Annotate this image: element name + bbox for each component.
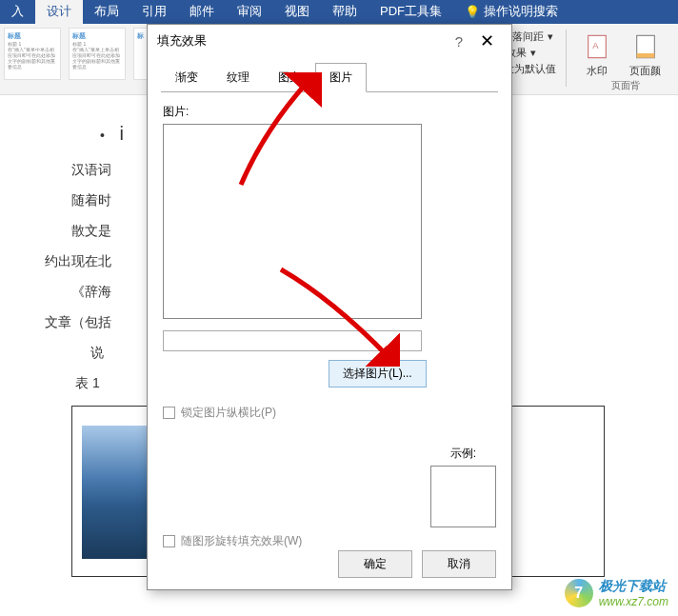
dropdown-icon: ▾: [548, 30, 553, 43]
sample-area: 示例:: [430, 446, 496, 527]
checkbox-icon: [163, 407, 175, 419]
ribbon-tell-me[interactable]: 💡 操作说明搜索: [453, 0, 569, 24]
svg-rect-3: [636, 53, 654, 58]
dialog-tabs: 渐变 纹理 图案 图片: [148, 63, 511, 92]
ribbon-tabs-bar: 入 设计 布局 引用 邮件 审阅 视图 帮助 PDF工具集 💡 操作说明搜索: [0, 0, 678, 24]
ribbon-tab-references[interactable]: 引用: [130, 0, 178, 24]
select-picture-button[interactable]: 选择图片(L)...: [329, 360, 427, 387]
dialog-titlebar: 填充效果 ? ✕: [148, 25, 511, 57]
fill-effects-dialog: 填充效果 ? ✕ 渐变 纹理 图案 图片 图片: 选择图片(L)... 锁定图片…: [147, 24, 512, 590]
ribbon-tab-layout[interactable]: 布局: [83, 0, 130, 24]
dropdown-icon: ▾: [530, 47, 536, 59]
theme-gallery[interactable]: 标题 标题 1 在"插入"菜单中单击相应项目即可在此处添加文字的副标题和其他重要…: [0, 24, 154, 94]
ribbon-tab-mailings[interactable]: 邮件: [178, 0, 226, 24]
ribbon-group-label: 页面背: [611, 79, 640, 92]
page-color-icon: [632, 33, 659, 60]
tab-gradient[interactable]: 渐变: [161, 63, 212, 92]
watermark-icon: A: [584, 33, 610, 60]
rotate-with-shape-checkbox-row[interactable]: 随图形旋转填充效果(W): [163, 533, 302, 549]
ribbon-tab-help[interactable]: 帮助: [321, 0, 369, 24]
sample-preview-box: [430, 466, 496, 527]
theme-preset-2[interactable]: 标题 标题 1 在"插入"菜单上单击相应项目即可在此处添加文字的副标题和其他重要…: [69, 28, 126, 80]
separator: [566, 30, 567, 87]
site-watermark: 7 极光下载站 www.xz7.com: [565, 578, 668, 608]
ribbon-tab-design[interactable]: 设计: [35, 0, 83, 24]
ribbon-tab-pdftools[interactable]: PDF工具集: [369, 0, 453, 24]
picture-preview-box: [163, 124, 422, 319]
dialog-help-button[interactable]: ?: [446, 33, 472, 50]
dialog-close-button[interactable]: ✕: [472, 30, 502, 51]
watermark-url: www.xz7.com: [599, 595, 668, 608]
theme-preset-1[interactable]: 标题 标题 1 在"插入"菜单中单击相应项目即可在此处添加文字的副标题和其他重要…: [4, 28, 61, 80]
cancel-button[interactable]: 取消: [422, 550, 496, 578]
dialog-title: 填充效果: [157, 32, 446, 50]
lightbulb-icon: 💡: [465, 5, 480, 19]
picture-label: 图片:: [163, 104, 496, 120]
lock-aspect-checkbox-row[interactable]: 锁定图片纵横比(P): [163, 405, 496, 421]
ribbon-tab-view[interactable]: 视图: [273, 0, 321, 24]
page-color-button[interactable]: 页面颜: [622, 30, 668, 82]
sample-label: 示例:: [430, 446, 496, 462]
tab-picture[interactable]: 图片: [315, 63, 367, 92]
watermark-logo-icon: 7: [565, 579, 593, 607]
tab-pattern[interactable]: 图案: [264, 63, 315, 92]
ok-button[interactable]: 确定: [338, 550, 412, 578]
ribbon-tab-insert[interactable]: 入: [0, 0, 35, 24]
watermark-sitename: 极光下载站: [599, 578, 668, 595]
picture-path-input[interactable]: [163, 330, 422, 351]
checkbox-icon: [163, 535, 175, 547]
svg-text:A: A: [592, 41, 599, 50]
watermark-button[interactable]: A 水印: [576, 30, 618, 82]
tab-texture[interactable]: 纹理: [212, 63, 264, 92]
dialog-button-row: 确定 取消: [338, 550, 496, 578]
ribbon-tab-review[interactable]: 审阅: [226, 0, 273, 24]
